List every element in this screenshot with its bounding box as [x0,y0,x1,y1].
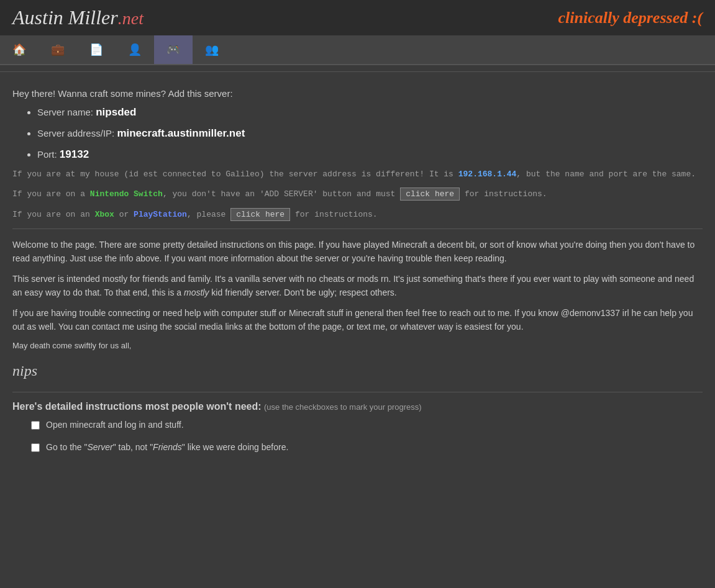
server-name-item: Server name: nipsded [37,106,703,119]
welcome-p3: If you are having trouble connecting or … [12,306,703,334]
instruction-step-2: Go to the "Server" tab, not "Friends" li… [31,442,703,452]
nav-portfolio[interactable]: 💼 [39,35,77,64]
step-2-text: Go to the "Server" tab, not "Friends" li… [46,442,288,452]
main-nav: 🏠 💼 📄 👤 🎮 👥 [0,35,715,65]
site-logo: Austin Miller.net [12,6,143,29]
local-ip: 192.168.1.44 [458,170,517,179]
nav-contact[interactable]: 👥 [193,35,231,64]
instructions-subtitle: (use the checkboxes to mark your progres… [264,402,422,412]
signature: nips [12,359,703,382]
xbox-brand: Xbox [95,210,114,219]
server-port-item: Port: 19132 [37,148,703,161]
section-divider-2 [12,392,703,392]
section-divider-1 [12,228,703,229]
server-port-value: 19132 [60,148,89,160]
step-2-checkbox-container: Go to the "Server" tab, not "Friends" li… [31,442,288,452]
playstation-brand: PlayStation [134,210,187,219]
step-2-checkbox[interactable] [31,443,40,452]
step-1-checkbox[interactable] [31,421,40,430]
server-port-label: Port: [37,149,57,160]
nintendo-note: If you are on a Nintendo Switch, you don… [12,188,703,201]
instruction-step-1: Open minecraft and log in and stuff. [31,420,703,430]
welcome-p2: This server is intended mostly for frien… [12,272,703,300]
nav-minecraft[interactable]: 🎮 [154,35,193,64]
xbox-click-here-button[interactable]: click here [230,208,290,221]
server-info-list: Server name: nipsded Server address/IP: … [12,106,703,161]
server-address-label: Server address/IP: [37,128,114,138]
step-1-checkbox-container: Open minecraft and log in and stuff. [31,420,184,430]
nintendo-click-here-button[interactable]: click here [400,188,460,201]
closing-line: May death come swiftly for us all, [12,340,703,353]
nav-about[interactable]: 👤 [116,35,154,64]
nav-home[interactable]: 🏠 [0,35,39,64]
house-notice: If you are at my house (id est connected… [12,170,703,179]
site-tagline: clinically depressed :( [558,9,703,27]
welcome-section: Welcome to the page. There are some pret… [12,238,703,383]
server-name-label: Server name: [37,107,93,117]
instruction-list: Open minecraft and log in and stuff. Go … [12,420,703,452]
intro-paragraph: Hey there! Wanna craft some mines? Add t… [12,88,703,99]
logo-dotnet: .net [118,9,143,28]
site-header: Austin Miller.net clinically depressed :… [0,0,715,35]
xbox-note: If you are on an Xbox or PlayStation, pl… [12,208,703,221]
logo-text: Austin Miller [12,6,118,29]
step-1-text: Open minecraft and log in and stuff. [46,420,184,430]
nintendo-brand: Nintendo Switch [90,189,163,199]
server-address-item: Server address/IP: minecraft.austinmille… [37,127,703,140]
welcome-p1: Welcome to the page. There are some pret… [12,238,703,266]
nav-divider [0,71,715,72]
server-address-value: minecraft.austinmiller.net [117,127,245,139]
main-content: Hey there! Wanna craft some mines? Add t… [0,78,715,474]
nav-resume[interactable]: 📄 [77,35,116,64]
server-name-value: nipsded [96,106,136,118]
instructions-section: Here's detailed instructions most people… [12,401,703,452]
instructions-title: Here's detailed instructions most people… [12,401,703,412]
